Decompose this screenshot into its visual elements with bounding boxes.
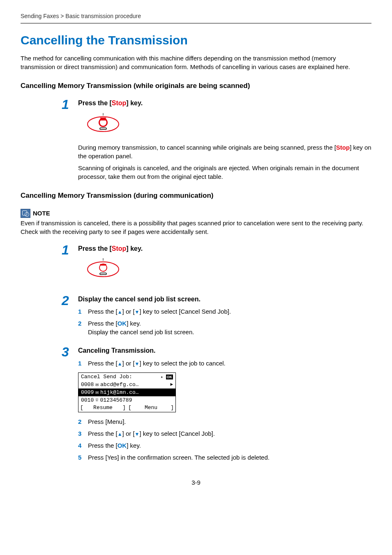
para-pre: During memory transmission, to cancel sc… xyxy=(78,144,336,151)
lcd-screen: Cancel Send Job: ✦ OK 0008 abcd@efg.co… … xyxy=(78,372,176,412)
job-id: 0009 xyxy=(81,390,94,395)
step-title-pre: Press the [ xyxy=(78,245,112,252)
substep-text: Press the [▲] or [▼] key to select [Canc… xyxy=(88,308,231,315)
step-number-icon: 2 xyxy=(62,291,69,310)
softkey-resume: Resume xyxy=(80,405,126,410)
substep-text: Press [Menu]. xyxy=(88,418,126,425)
note-label: NOTE xyxy=(33,209,50,217)
substep-text: Press the [▲] or [▼] key to select [Canc… xyxy=(88,430,215,437)
text-pre: Press the [ xyxy=(88,442,118,449)
job-id: 0008 xyxy=(81,382,94,387)
substep: 5 Press [Yes] in the confirmation screen… xyxy=(78,453,371,462)
stop-key-label: Stop xyxy=(112,99,127,106)
substep: 1 Press the [▲] or [▼] key to select [Ca… xyxy=(78,307,371,316)
nav-arrows-icon: ✦ xyxy=(161,375,163,379)
page-title: Cancelling the Transmission xyxy=(21,32,371,49)
job-id: 0010 xyxy=(81,398,94,403)
down-arrow-icon: ▼ xyxy=(135,431,140,437)
lcd-softkey-row: Resume Menu xyxy=(78,404,175,412)
stop-button-illustration xyxy=(86,258,120,278)
section-a-step-1: 1 Press the [Stop] key. During memory tr… xyxy=(78,99,371,180)
step-number-icon: 1 xyxy=(62,241,69,259)
step-number-icon: 1 xyxy=(62,95,69,114)
step-title: Press the [Stop] key. xyxy=(78,99,371,108)
lcd-indicators: ✦ OK xyxy=(161,374,173,379)
substep-num: 3 xyxy=(78,429,81,438)
down-arrow-icon: ▼ xyxy=(135,361,140,367)
job-dest: 0123456789 xyxy=(100,398,132,403)
up-arrow-icon: ▲ xyxy=(118,431,122,437)
note-icon xyxy=(21,209,30,218)
stop-key-label: Stop xyxy=(112,245,127,252)
mail-icon xyxy=(95,382,99,387)
up-arrow-icon: ▲ xyxy=(118,309,122,315)
svg-rect-9 xyxy=(100,273,106,275)
substep-text: Press [Yes] in the confirmation screen. … xyxy=(88,454,270,461)
lcd-row-1: 0008 abcd@efg.co… ▶ xyxy=(78,381,175,388)
section-b-step-1: 1 Press the [Stop] key. xyxy=(78,244,371,285)
substep-num: 4 xyxy=(78,441,81,450)
substep-num: 5 xyxy=(78,453,81,462)
step-number-icon: 3 xyxy=(62,343,69,361)
stop-key-inline: Stop xyxy=(336,144,350,151)
substep-text: Press the [OK] key. xyxy=(88,442,141,449)
stop-button-illustration xyxy=(86,113,120,133)
step-body-1: During memory transmission, to cancel sc… xyxy=(78,143,371,160)
substep: 3 Press the [▲] or [▼] key to select [Ca… xyxy=(78,429,371,438)
page-number: 3-9 xyxy=(21,478,371,487)
substep-num: 2 xyxy=(78,319,81,328)
step-body-2: Scanning of originals is canceled, and t… xyxy=(78,164,371,181)
note-body: Even if transmission is canceled, there … xyxy=(21,219,371,236)
substep: 4 Press the [OK] key. xyxy=(78,441,371,450)
fax-icon: ☏ xyxy=(95,398,98,402)
section-b-step-3: 3 Canceling Transmission. 1 Press the [▲… xyxy=(78,346,371,461)
substep: 2 Press the [OK] key. Display the cancel… xyxy=(78,319,371,336)
substep-text: Press the [OK] key. Display the cancel s… xyxy=(88,320,194,335)
section-a-heading: Cancelling Memory Transmission (while or… xyxy=(21,81,371,91)
text-post: ] key. xyxy=(127,320,141,327)
step-title-pre: Press the [ xyxy=(78,99,112,106)
mail-icon xyxy=(95,390,99,395)
svg-rect-4 xyxy=(100,128,106,130)
step-title: Press the [Stop] key. xyxy=(78,244,371,253)
job-dest: hijk@lmn.co… xyxy=(100,390,139,395)
breadcrumb: Sending Faxes > Basic transmission proce… xyxy=(21,12,371,21)
lcd-header-row: Cancel Send Job: ✦ OK xyxy=(78,373,175,381)
ok-key-label: OK xyxy=(118,320,127,327)
lcd-title: Cancel Send Job: xyxy=(81,374,132,379)
substep-text: Press the [▲] or [▼] key to select the j… xyxy=(88,360,226,367)
intro-text: The method for cancelling communication … xyxy=(21,54,371,71)
softkey-menu: Menu xyxy=(128,405,174,410)
text-post: ] key. xyxy=(127,442,141,449)
step-title: Display the cancel send job list screen. xyxy=(78,295,371,304)
substep-num: 1 xyxy=(78,307,81,316)
text-pre: Press the [ xyxy=(88,320,118,327)
ok-badge-icon: OK xyxy=(166,375,173,379)
step-title: Canceling Transmission. xyxy=(78,346,371,355)
step-title-post: ] key. xyxy=(126,245,143,252)
down-arrow-icon: ▼ xyxy=(135,309,140,315)
substep: 2 Press [Menu]. xyxy=(78,417,371,426)
substep-num: 2 xyxy=(78,417,81,426)
divider xyxy=(21,23,371,23)
substep-num: 1 xyxy=(78,359,81,368)
step-title-post: ] key. xyxy=(126,99,143,106)
text-line2: Display the cancel send job list screen. xyxy=(88,328,194,335)
note-box: NOTE Even if transmission is canceled, t… xyxy=(21,209,371,236)
lcd-row-2-selected: 0009 hijk@lmn.co… xyxy=(78,388,175,396)
section-b-heading: Cancelling Memory Transmission (during c… xyxy=(21,191,371,201)
chevron-right-icon: ▶ xyxy=(170,382,173,387)
up-arrow-icon: ▲ xyxy=(118,361,122,367)
section-b-step-2: 2 Display the cancel send job list scree… xyxy=(78,295,371,336)
substep: 1 Press the [▲] or [▼] key to select the… xyxy=(78,359,371,368)
ok-key-label: OK xyxy=(118,442,127,449)
lcd-row-3: 0010 ☏ 0123456789 xyxy=(78,396,175,404)
job-dest: abcd@efg.co… xyxy=(100,382,168,387)
